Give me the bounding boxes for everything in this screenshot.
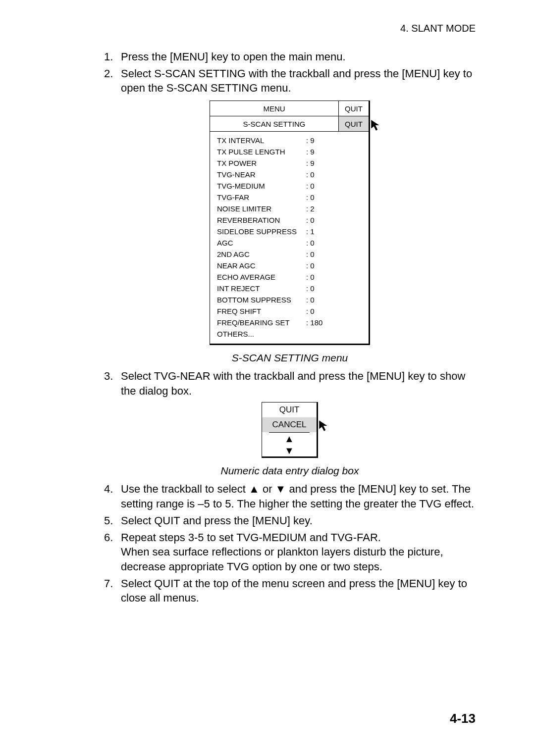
item-val: : 9: [306, 148, 315, 156]
step-number: 6.: [104, 530, 121, 574]
menu-item[interactable]: FREQ/BEARING SET: 180: [210, 317, 369, 328]
step-3: 3. Select TVG-NEAR with the trackball an…: [104, 369, 476, 398]
menu-item[interactable]: INT REJECT: 0: [210, 283, 369, 294]
menu-item[interactable]: TX POWER: 9: [210, 157, 369, 169]
dialog-down-arrow[interactable]: ▼: [262, 445, 317, 456]
item-key: FREQ SHIFT: [217, 307, 306, 315]
step-text: Use the trackball to select ▲ or ▼ and p…: [121, 482, 476, 511]
section-header: 4. SLANT MODE: [400, 23, 476, 34]
item-key: BOTTOM SUPPRESS: [217, 296, 306, 304]
menu-item[interactable]: REVERBERATION: 0: [210, 214, 369, 226]
menu-item[interactable]: NOISE LIMITER: 2: [210, 203, 369, 214]
item-key: SIDELOBE SUPPRESS: [217, 227, 306, 236]
step-text: Repeat steps 3-5 to set TVG-MEDIUM and T…: [121, 530, 476, 574]
menu-title-row: MENU QUIT: [210, 101, 369, 116]
item-val: : 0: [306, 273, 315, 281]
cursor-icon: [318, 419, 330, 432]
item-val: : 0: [306, 307, 315, 315]
menu-item[interactable]: OTHERS...: [210, 328, 369, 340]
menu-subtitle-row: S-SCAN SETTING QUIT: [210, 116, 369, 132]
item-val: : 0: [306, 193, 315, 202]
menu-item[interactable]: BOTTOM SUPPRESS: 0: [210, 294, 369, 305]
item-key: OTHERS...: [217, 330, 306, 338]
menu-subtitle: S-SCAN SETTING: [210, 120, 338, 128]
menu-title: MENU: [210, 104, 338, 113]
item-key: INT REJECT: [217, 284, 306, 293]
step-1: 1. Press the [MENU] key to open the main…: [104, 50, 476, 64]
step-4: 4. Use the trackball to select ▲ or ▼ an…: [104, 482, 476, 511]
menu-item[interactable]: SIDELOBE SUPPRESS: 1: [210, 226, 369, 237]
dialog-up-arrow[interactable]: ▲: [262, 433, 317, 445]
item-val: : 9: [306, 136, 315, 145]
main-content: 1. Press the [MENU] key to open the main…: [104, 50, 476, 607]
sscan-menu-box: MENU QUIT S-SCAN SETTING QUIT TX INTERVA…: [210, 101, 370, 345]
item-key: TVG-FAR: [217, 193, 306, 202]
item-val: : 2: [306, 204, 315, 213]
item-val: : 0: [306, 216, 315, 224]
step-text: Select QUIT and press the [MENU] key.: [121, 513, 476, 528]
step-5: 5. Select QUIT and press the [MENU] key.: [104, 513, 476, 528]
item-val: : 0: [306, 239, 315, 247]
item-val: : 0: [306, 261, 315, 270]
menu-item[interactable]: TVG-NEAR: 0: [210, 169, 369, 180]
item-val: : 0: [306, 182, 315, 190]
step-text: Select QUIT at the top of the menu scree…: [121, 576, 476, 605]
step-text-line: Repeat steps 3-5 to set TVG-MEDIUM and T…: [121, 531, 381, 544]
item-val: : 9: [306, 159, 315, 167]
step-text: Select S-SCAN SETTING with the trackball…: [121, 66, 476, 96]
step-number: 1.: [104, 50, 121, 64]
item-val: : 0: [306, 170, 315, 179]
item-val: : 0: [306, 250, 315, 258]
step-number: 4.: [104, 482, 121, 511]
item-key: TX POWER: [217, 159, 306, 167]
menu-item[interactable]: TX INTERVAL: 9: [210, 135, 369, 146]
item-key: TVG-MEDIUM: [217, 182, 306, 190]
item-key: AGC: [217, 239, 306, 247]
menu-item[interactable]: TVG-MEDIUM: 0: [210, 180, 369, 192]
page-number: 4-13: [450, 711, 476, 726]
menu-item[interactable]: AGC: 0: [210, 237, 369, 249]
step-7: 7. Select QUIT at the top of the menu sc…: [104, 576, 476, 605]
item-val: : 0: [306, 296, 315, 304]
numeric-dialog-box: QUIT CANCEL ▲ ▼: [262, 402, 318, 458]
dialog-caption: Numeric data entry dialog box: [104, 465, 476, 477]
item-key: TX INTERVAL: [217, 136, 306, 145]
dialog-quit[interactable]: QUIT: [262, 403, 317, 417]
step-text: Press the [MENU] key to open the main me…: [121, 50, 476, 64]
menu-item[interactable]: TVG-FAR: 0: [210, 192, 369, 203]
item-key: TVG-NEAR: [217, 170, 306, 179]
item-val: : 180: [306, 318, 322, 327]
menu-item[interactable]: FREQ SHIFT: 0: [210, 305, 369, 317]
step-number: 3.: [104, 369, 121, 398]
item-key: TX PULSE LENGTH: [217, 148, 306, 156]
step-2: 2. Select S-SCAN SETTING with the trackb…: [104, 66, 476, 96]
item-key: REVERBERATION: [217, 216, 306, 224]
menu-quit[interactable]: QUIT: [338, 101, 369, 116]
cursor-icon: [370, 119, 382, 132]
item-key: NOISE LIMITER: [217, 204, 306, 213]
step-6: 6. Repeat steps 3-5 to set TVG-MEDIUM an…: [104, 530, 476, 574]
menu-caption: S-SCAN SETTING menu: [104, 352, 476, 364]
item-val: : 1: [306, 227, 315, 236]
dialog-cancel[interactable]: CANCEL: [262, 417, 317, 432]
menu-item[interactable]: 2ND AGC: 0: [210, 249, 369, 260]
menu-quit-shaded[interactable]: QUIT: [338, 116, 369, 131]
menu-item[interactable]: TX PULSE LENGTH: 9: [210, 146, 369, 157]
item-key: 2ND AGC: [217, 250, 306, 258]
item-key: NEAR AGC: [217, 261, 306, 270]
step-number: 2.: [104, 66, 121, 96]
step-number: 7.: [104, 576, 121, 605]
step-number: 5.: [104, 513, 121, 528]
menu-items-list: TX INTERVAL: 9 TX PULSE LENGTH: 9 TX POW…: [210, 132, 369, 344]
menu-item[interactable]: NEAR AGC: 0: [210, 260, 369, 271]
item-key: FREQ/BEARING SET: [217, 318, 306, 327]
step-text-line: When sea surface reflections or plankton…: [121, 546, 443, 573]
step-text: Select TVG-NEAR with the trackball and p…: [121, 369, 476, 398]
item-key: ECHO AVERAGE: [217, 273, 306, 281]
menu-item[interactable]: ECHO AVERAGE: 0: [210, 271, 369, 283]
item-val: : 0: [306, 284, 315, 293]
